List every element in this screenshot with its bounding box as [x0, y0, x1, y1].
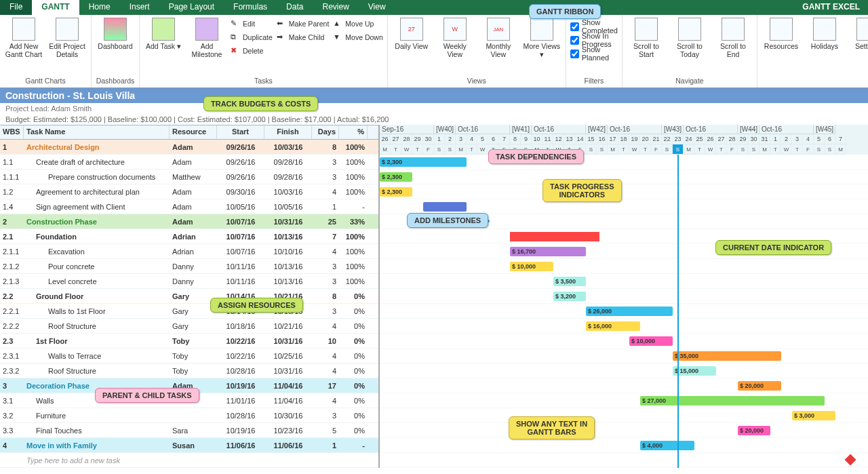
- gantt-bar[interactable]: $ 35,000: [673, 351, 781, 361]
- task-row[interactable]: 2.3.1Walls to TerraceToby10/22/1610/25/1…: [0, 349, 378, 363]
- scroll-to-today-button[interactable]: Scroll to Today: [670, 18, 709, 58]
- col-finish[interactable]: Finish: [264, 125, 312, 139]
- gantt-bar[interactable]: $ 20,000: [738, 426, 770, 435]
- timeline-dow: S: [814, 144, 825, 155]
- gantt-bar[interactable]: $ 16,000: [586, 321, 640, 331]
- callout-curdate: CURRENT DATE INDICATOR: [715, 240, 831, 255]
- show-planned-check[interactable]: Show Planned: [570, 47, 618, 60]
- gantt-bar[interactable]: $ 20,000: [738, 381, 781, 391]
- task-row[interactable]: 2Construction PhaseAdam10/07/1610/31/162…: [0, 214, 378, 229]
- gantt-bar[interactable]: $ 10,000: [629, 336, 673, 346]
- task-row[interactable]: 1Architectural DesignAdam09/26/1610/03/1…: [0, 140, 378, 155]
- task-row[interactable]: 2.1.2Pour concreteDanny10/11/1610/13/163…: [0, 259, 378, 274]
- gantt-bar[interactable]: $ 3,500: [553, 277, 586, 286]
- menu-data[interactable]: Data: [277, 0, 313, 15]
- settings-button[interactable]: Settings: [848, 18, 868, 50]
- duplicate-task-button[interactable]: ⧉Duplicate: [231, 31, 273, 43]
- gantt-bar[interactable]: [423, 202, 467, 212]
- gantt-bar[interactable]: $ 26,000: [586, 307, 673, 316]
- gantt-lane: $ 27,000: [380, 393, 868, 408]
- gantt-bar[interactable]: $ 4,000: [640, 441, 694, 450]
- timeline-dow: F: [423, 144, 434, 155]
- menu-gantt[interactable]: GANTT: [32, 0, 79, 15]
- task-row[interactable]: 2.3.2Roof StructureToby10/28/1610/31/164…: [0, 363, 378, 378]
- gantt-lane: $ 2,300: [380, 170, 868, 184]
- milestone-diamond[interactable]: [845, 454, 856, 466]
- gantt-bar[interactable]: $ 2,300: [380, 187, 412, 197]
- edit-project-details-button[interactable]: Edit Project Details: [47, 18, 87, 58]
- gantt-lane: $ 2,300: [380, 184, 868, 199]
- task-row[interactable]: 1.4Sign agreement with ClientAdam10/05/1…: [0, 199, 378, 214]
- add-new-gantt-chart-button[interactable]: Add New Gantt Chart: [4, 18, 43, 58]
- show-completed-check[interactable]: Show Completed: [570, 20, 618, 33]
- timeline-dow: S: [738, 144, 749, 155]
- task-row[interactable]: 2.1.1ExcavationAdrian10/07/1610/10/16410…: [0, 244, 378, 259]
- edit-task-button[interactable]: ✎Edit: [231, 18, 273, 30]
- task-row[interactable]: 2.2Ground FloorGary10/14/1610/21/1680%: [0, 289, 378, 304]
- task-row[interactable]: 4Move in with FamilySusan11/06/1611/06/1…: [0, 438, 378, 453]
- daily-view-button[interactable]: 27Daily View: [392, 18, 431, 50]
- task-row[interactable]: 3.2Furniture10/28/1610/30/1630%: [0, 408, 378, 423]
- indent-icon: ➡: [277, 33, 286, 42]
- make-parent-button[interactable]: ⬅Make Parent: [277, 18, 330, 30]
- make-child-button[interactable]: ➡Make Child: [277, 31, 330, 43]
- move-up-button[interactable]: ▲Move Up: [333, 18, 382, 30]
- weekly-view-button[interactable]: WWeekly View: [435, 18, 475, 58]
- menu-page-layout[interactable]: Page Layout: [159, 0, 224, 15]
- menu-insert[interactable]: Insert: [120, 0, 159, 15]
- delete-task-button[interactable]: ✖Delete: [231, 45, 273, 57]
- show-in-progress-check[interactable]: Show In Progress: [570, 34, 618, 46]
- resources-button[interactable]: Resources: [762, 18, 801, 50]
- col-pct[interactable]: %: [339, 125, 368, 139]
- new-task-placeholder[interactable]: Type here to add a new task: [24, 455, 170, 466]
- task-row[interactable]: 2.2.2Roof StructureGary10/18/1610/21/164…: [0, 319, 378, 334]
- timeline-date: 9: [521, 134, 532, 144]
- task-row[interactable]: 3.3Final TouchesSara10/19/1610/23/1650%: [0, 423, 378, 438]
- menu-home[interactable]: Home: [79, 0, 120, 15]
- col-days[interactable]: Days: [312, 125, 339, 139]
- col-start[interactable]: Start: [217, 125, 264, 139]
- add-milestone-button[interactable]: Add Milestone: [187, 18, 226, 58]
- calendar-icon: JAN: [487, 18, 510, 41]
- gantt-bar[interactable]: $ 16,700: [510, 247, 586, 256]
- menu-file[interactable]: File: [0, 0, 32, 15]
- scroll-to-end-button[interactable]: Scroll to End: [713, 18, 753, 58]
- gantt-bar[interactable]: $ 2,300: [380, 172, 412, 182]
- move-down-button[interactable]: ▼Move Down: [333, 31, 382, 43]
- holidays-button[interactable]: Holidays: [805, 18, 844, 50]
- col-task[interactable]: Task Name: [24, 125, 170, 139]
- timeline-dow: M: [380, 144, 391, 155]
- copy-icon: ⧉: [231, 33, 240, 42]
- task-row[interactable]: 1.2Agreement to architectural planAdam09…: [0, 184, 378, 199]
- gantt-bar[interactable]: $ 3,200: [553, 292, 586, 301]
- more-views-button[interactable]: More Views ▾: [522, 18, 561, 58]
- gantt-bar[interactable]: $ 10,000: [510, 262, 553, 271]
- gantt-bar[interactable]: $ 2,300: [380, 157, 467, 167]
- gantt-lane: $ 3,000: [380, 408, 868, 423]
- col-resource[interactable]: Resource: [170, 125, 217, 139]
- add-task-button[interactable]: Add Task ▾: [144, 18, 183, 50]
- gantt-bar[interactable]: $ 15,000: [673, 366, 716, 376]
- monthly-view-button[interactable]: JANMonthly View: [479, 18, 518, 58]
- gantt-bar[interactable]: $ 27,000: [640, 396, 825, 406]
- gantt-bar[interactable]: $ 3,000: [792, 411, 835, 420]
- new-task-row[interactable]: Type here to add a new task: [0, 453, 378, 468]
- task-row[interactable]: 1.1.1Prepare construction documentsMatth…: [0, 170, 378, 184]
- task-row[interactable]: 2.1.3Level concreteDanny10/11/1610/13/16…: [0, 274, 378, 289]
- timeline-date: 28: [727, 134, 738, 144]
- menu-view[interactable]: View: [359, 0, 395, 15]
- scroll-to-start-button[interactable]: Scroll to Start: [627, 18, 666, 58]
- task-row[interactable]: 2.1FoundationAdrian10/07/1610/13/167100%: [0, 229, 378, 244]
- today-line: [677, 155, 679, 468]
- timeline-date: 16: [597, 134, 608, 144]
- task-row[interactable]: 1.1Create draft of architectureAdam09/26…: [0, 155, 378, 170]
- timeline-dow: T: [694, 144, 705, 155]
- col-wbs[interactable]: WBS: [0, 125, 24, 139]
- menu-formulas[interactable]: Formulas: [224, 0, 277, 15]
- timeline-date: 29: [412, 134, 423, 144]
- dashboard-button[interactable]: Dashboard: [96, 18, 135, 50]
- menu-review[interactable]: Review: [313, 0, 358, 15]
- task-row[interactable]: 2.2.1Walls to 1st FloorGary10/14/1610/18…: [0, 304, 378, 319]
- timeline-dow: W: [477, 144, 488, 155]
- task-row[interactable]: 2.31st FloorToby10/22/1610/31/16100%: [0, 334, 378, 349]
